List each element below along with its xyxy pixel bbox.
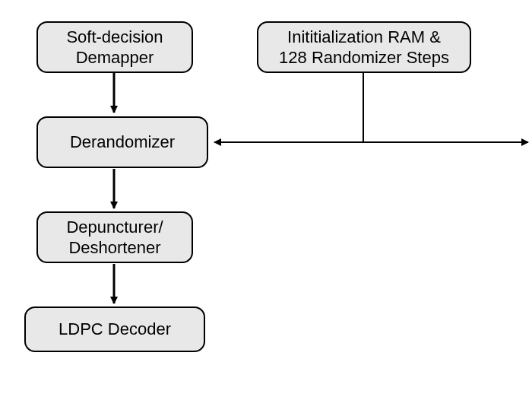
block-label-line2: 128 Randomizer Steps [279, 48, 449, 67]
block-label-line2: Demapper [76, 48, 154, 67]
block-label-line1: Inititialization RAM & [287, 27, 441, 46]
block-depuncturer-deshortener: Depuncturer/ Deshortener [36, 211, 193, 263]
block-initialization-ram: Inititialization RAM & 128 Randomizer St… [257, 21, 471, 73]
block-label-line2: Deshortener [68, 238, 160, 257]
block-label-line1: Depuncturer/ [66, 218, 163, 237]
block-soft-decision-demapper: Soft-decision Demapper [36, 21, 193, 73]
block-ldpc-decoder: LDPC Decoder [24, 306, 205, 352]
block-label: LDPC Decoder [59, 319, 171, 340]
block-derandomizer: Derandomizer [36, 116, 208, 168]
block-label: Derandomizer [70, 132, 175, 153]
block-label-line1: Soft-decision [66, 27, 163, 46]
